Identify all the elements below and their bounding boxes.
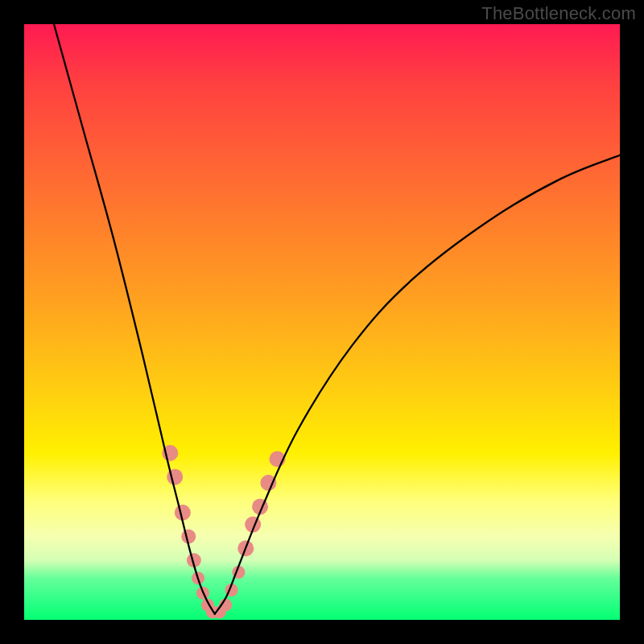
curve-right-branch bbox=[215, 155, 620, 614]
chart-svg bbox=[24, 24, 620, 620]
chart-frame: TheBottleneck.com bbox=[0, 0, 644, 644]
plot-area bbox=[24, 24, 620, 620]
attribution-text: TheBottleneck.com bbox=[481, 3, 636, 24]
bead-markers bbox=[162, 445, 285, 619]
curve-left-branch bbox=[54, 24, 215, 614]
